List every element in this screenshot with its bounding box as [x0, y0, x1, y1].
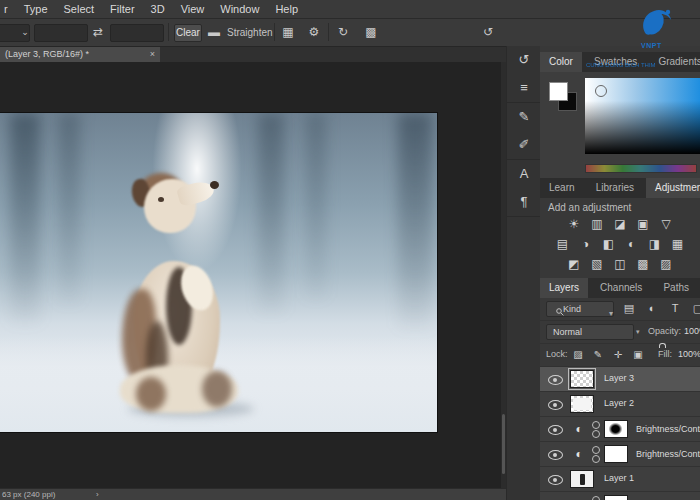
layer-name[interactable]: Layer 3 — [604, 373, 634, 383]
add-adjustment-label: Add an adjustment — [548, 202, 631, 213]
menu-item-3d[interactable]: 3D — [151, 3, 165, 15]
crop-width-input[interactable] — [34, 24, 88, 42]
document-image[interactable] — [0, 113, 437, 432]
mask-link-icon[interactable] — [592, 496, 600, 500]
straighten-label[interactable]: Straighten — [227, 24, 273, 40]
properties-panel-icon[interactable]: ≡ — [514, 79, 534, 97]
adjustment-curves-icon[interactable]: ◪ — [613, 218, 628, 231]
visibility-eye-icon[interactable] — [548, 375, 563, 385]
filter-shape-layers-icon[interactable]: ▢ — [691, 301, 700, 316]
layer-mask-thumbnail[interactable] — [604, 495, 628, 500]
menu-item-type[interactable]: Type — [24, 3, 48, 15]
adjustment-gradient-map-icon[interactable]: ▩ — [636, 258, 651, 271]
visibility-eye-icon[interactable] — [548, 450, 563, 460]
layer-thumbnail[interactable] — [570, 370, 594, 388]
adjustment-vibrance-icon[interactable]: ▽ — [659, 218, 674, 231]
menu-item-help[interactable]: Help — [275, 3, 298, 15]
mask-link-icon[interactable] — [592, 446, 600, 462]
adjustment-posterize-icon[interactable]: ▧ — [590, 258, 605, 271]
adjustment-hue-saturation-icon[interactable]: ▤ — [555, 238, 570, 251]
filter-pixel-layers-icon[interactable]: ▤ — [622, 301, 636, 316]
crop-rotate-icon[interactable]: ↻ — [335, 24, 351, 40]
mask-link-icon[interactable] — [592, 421, 600, 437]
scrollbar-handle[interactable] — [502, 414, 505, 474]
document-tab[interactable]: (Layer 3, RGB/16#) * × — [0, 47, 160, 62]
foreground-color-swatch[interactable] — [549, 82, 568, 101]
layer-row-layer2[interactable]: Layer 2 — [540, 392, 700, 417]
adjustment-levels-icon[interactable]: ▥ — [590, 218, 605, 231]
visibility-eye-icon[interactable] — [548, 425, 563, 435]
tab-adjustments[interactable]: Adjustments — [646, 178, 700, 198]
layer-name[interactable]: Layer 2 — [604, 398, 634, 408]
tab-color[interactable]: Color — [540, 52, 582, 72]
crop-height-input[interactable] — [110, 24, 164, 42]
adjustment-threshold-icon[interactable]: ◫ — [613, 258, 628, 271]
divider — [274, 23, 275, 41]
adjustment-photo-filter-icon[interactable]: ◐ — [624, 238, 639, 251]
visibility-eye-icon[interactable] — [548, 400, 563, 410]
adjustment-layer-icon: ◐ — [572, 447, 586, 461]
adjustment-exposure-icon[interactable]: ▣ — [636, 218, 651, 231]
canvas-area[interactable] — [0, 62, 506, 488]
crop-settings-gear-icon[interactable]: ⚙ — [306, 24, 322, 40]
adjustment-selective-color-icon[interactable]: ▨ — [659, 258, 674, 271]
opacity-value[interactable]: 100% — [684, 326, 700, 336]
reset-icon[interactable]: ↺ — [480, 24, 496, 40]
adjustment-brightness-contrast-icon[interactable]: ☀ — [567, 218, 582, 231]
swap-dimensions-icon[interactable]: ⇄ — [91, 24, 105, 40]
brush-settings-panel-icon[interactable]: ✎ — [514, 108, 534, 126]
kind-filter-select[interactable]: Kind ▾ — [546, 301, 614, 317]
adjustment-color-lookup-icon[interactable]: ▦ — [670, 238, 685, 251]
tab-channels[interactable]: Channels — [591, 278, 651, 298]
brushes-panel-icon[interactable]: ✐ — [514, 136, 534, 154]
character-panel-icon[interactable]: A — [514, 165, 534, 183]
adjustments-panel-body: Add an adjustment ☀ ▥ ◪ ▣ ▽ ▤ ◑ ◧ ◐ ◨ ▦ … — [540, 198, 700, 278]
layer-mask-thumbnail[interactable] — [604, 445, 628, 463]
filter-adjustment-layers-icon[interactable]: ◐ — [645, 301, 659, 316]
tab-libraries[interactable]: Libraries — [587, 178, 643, 198]
tab-gradients[interactable]: Gradients — [649, 52, 700, 72]
layer-thumbnail[interactable] — [570, 470, 594, 488]
filter-type-layers-icon[interactable]: T — [668, 301, 682, 316]
lock-position-icon[interactable]: ✛ — [612, 347, 624, 362]
layer-name[interactable]: Brightness/Contras — [636, 448, 651, 461]
layer-name[interactable]: Layer 1 — [604, 473, 634, 483]
fill-value[interactable]: 100% — [678, 349, 700, 359]
status-chevron-icon[interactable]: › — [96, 490, 99, 499]
tab-paths[interactable]: Paths — [654, 278, 698, 298]
adjustment-channel-mixer-icon[interactable]: ◨ — [647, 238, 662, 251]
history-panel-icon[interactable]: ↺ — [514, 51, 534, 69]
lock-artboard-icon[interactable]: ▣ — [632, 347, 644, 362]
blend-mode-select[interactable]: Normal — [546, 324, 634, 340]
menu-item-select[interactable]: Select — [64, 3, 95, 15]
layer-row-layer3[interactable]: Layer 3 — [540, 367, 700, 392]
tab-learn[interactable]: Learn — [540, 178, 584, 198]
layer-name[interactable]: Brightness/Contras — [636, 423, 651, 436]
lock-transparent-pixels-icon[interactable]: ▨ — [572, 347, 584, 362]
visibility-eye-icon[interactable] — [548, 475, 563, 485]
close-icon[interactable]: × — [150, 47, 155, 62]
layer-thumbnail[interactable] — [570, 395, 594, 413]
adjustment-black-white-icon[interactable]: ◧ — [601, 238, 616, 251]
menu-item-layer-partial[interactable]: r — [4, 3, 8, 15]
menu-item-filter[interactable]: Filter — [110, 3, 134, 15]
straighten-icon[interactable]: ▬ — [206, 24, 222, 40]
layer-row-color-balance-1[interactable]: ◐ Color Balance 1 — [540, 492, 700, 500]
layer-mask-thumbnail[interactable] — [604, 420, 628, 438]
menu-item-window[interactable]: Window — [220, 3, 259, 15]
clear-button[interactable]: Clear — [174, 24, 202, 42]
menu-item-view[interactable]: View — [181, 3, 205, 15]
lock-image-pixels-icon[interactable]: ✎ — [592, 347, 604, 362]
content-aware-icon[interactable]: ▩ — [362, 24, 380, 40]
adjustment-color-balance-icon[interactable]: ◑ — [578, 238, 593, 251]
color-cursor[interactable] — [595, 85, 607, 97]
adjustment-invert-icon[interactable]: ◩ — [567, 258, 582, 271]
hue-slider[interactable] — [585, 164, 697, 173]
crop-grid-overlay-icon[interactable]: ▦ — [280, 24, 296, 40]
paragraph-panel-icon[interactable]: ¶ — [514, 193, 534, 211]
layer-row-brightness-contrast-1[interactable]: ◐ Brightness/Contras — [540, 417, 700, 442]
tab-layers[interactable]: Layers — [540, 278, 588, 298]
color-field[interactable] — [585, 78, 700, 154]
layer-row-layer1[interactable]: Layer 1 — [540, 467, 700, 492]
layer-row-brightness-contrast-2[interactable]: ◐ Brightness/Contras — [540, 442, 700, 467]
